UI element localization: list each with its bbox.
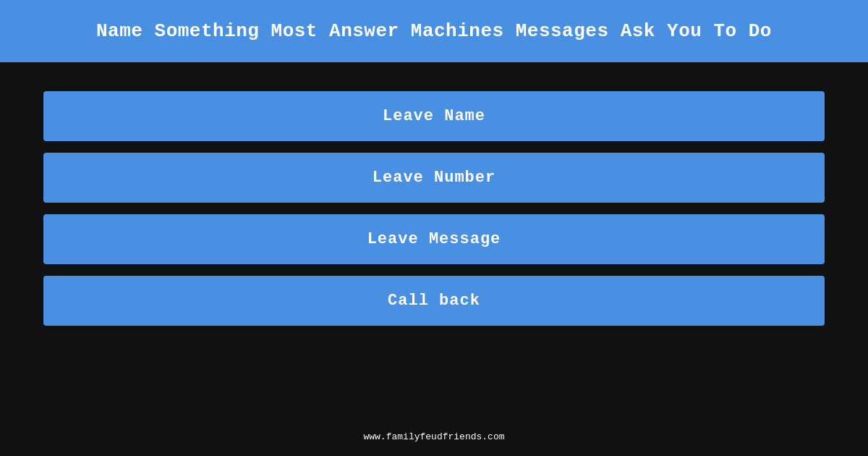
answer-button-1[interactable]: Leave Name	[43, 91, 825, 141]
answer-button-3[interactable]: Leave Message	[43, 214, 825, 264]
answer-label-1: Leave Name	[383, 107, 485, 125]
answer-button-2[interactable]: Leave Number	[43, 153, 825, 203]
answer-label-3: Leave Message	[367, 230, 501, 248]
footer-text: www.familyfeudfriends.com	[363, 431, 504, 442]
header: Name Something Most Answer Machines Mess…	[0, 0, 868, 62]
page-title: Name Something Most Answer Machines Mess…	[96, 20, 772, 42]
answer-label-4: Call back	[388, 292, 480, 310]
answer-label-2: Leave Number	[373, 169, 495, 187]
answer-button-4[interactable]: Call back	[43, 276, 825, 326]
answers-container: Leave NameLeave NumberLeave MessageCall …	[0, 69, 868, 347]
footer: www.familyfeudfriends.com	[363, 430, 504, 443]
